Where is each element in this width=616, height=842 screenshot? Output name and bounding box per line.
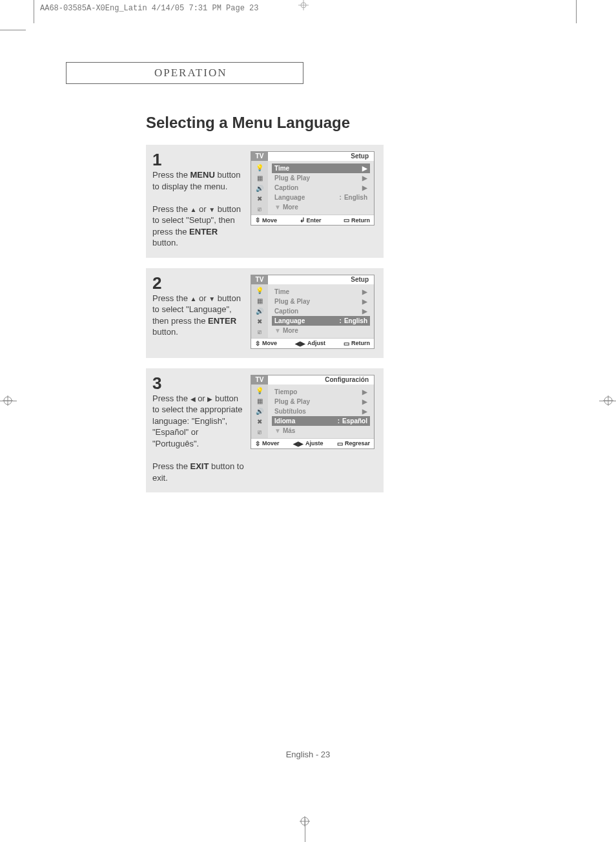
osd-footer: ⇳Move◀▶Adjust▭Return xyxy=(251,338,374,348)
osd-menu-item: Plug & Play▶ xyxy=(272,397,370,406)
hint-icon: ◀▶ xyxy=(295,340,305,347)
hint-icon: ◀▶ xyxy=(293,440,303,447)
prepress-header: AA68-03585A-X0Eng_Latin 4/14/05 7:31 PM … xyxy=(40,4,258,13)
osd-menu-item: Tiempo▶ xyxy=(272,387,370,397)
hint-icon: ⇳ xyxy=(255,340,260,347)
step: 3Press the ◀ or ▶ button to select the a… xyxy=(146,368,384,492)
osd-menu-item: ▼More xyxy=(272,326,370,335)
osd-menu-list: Time▶Plug & Play▶Caption▶Language:Englis… xyxy=(268,161,374,215)
channel-icon: ▦ xyxy=(254,297,265,305)
osd-footer-hint: ◀▶Adjust xyxy=(295,340,325,347)
hint-label: Mover xyxy=(262,440,280,447)
osd-title: Configuración xyxy=(268,375,374,384)
hint-label: Adjust xyxy=(307,340,325,346)
osd-footer-hint: ⇳Mover xyxy=(255,440,280,447)
osd-menu-item: Caption▶ xyxy=(272,306,370,316)
osd-footer-hint: ⇳Move xyxy=(255,216,277,224)
sliders-icon: ⎚ xyxy=(254,205,265,213)
hint-label: Enter xyxy=(307,217,322,224)
osd-screenshot: TV Setup💡▦🔊✖⎚Time▶Plug & Play▶Caption▶La… xyxy=(251,275,375,349)
osd-footer: ⇳Mover◀▶Ajuste▭Regresar xyxy=(251,438,374,448)
osd-screenshot: TV Configuración💡▦🔊✖⎚Tiempo▶Plug & Play▶… xyxy=(251,375,375,449)
sound-icon: 🔊 xyxy=(254,408,265,416)
osd-title: Setup xyxy=(268,152,374,161)
page-footer: English - 23 xyxy=(0,750,616,759)
step-body: Press the ◀ or ▶ button to select the ap… xyxy=(152,393,244,483)
osd-tv-badge: TV xyxy=(251,275,268,284)
hint-icon: ▭ xyxy=(344,216,349,224)
osd-footer-hint: ▭Return xyxy=(344,340,370,347)
hint-icon: ⇳ xyxy=(255,440,260,447)
hint-label: Regresar xyxy=(345,440,370,447)
step-number: 1 xyxy=(152,151,244,168)
plug-icon: ✖ xyxy=(254,418,265,426)
crop-mark xyxy=(576,0,577,23)
hint-label: Move xyxy=(262,217,277,224)
osd-tv-badge: TV xyxy=(251,375,268,384)
osd-menu-item: Time▶ xyxy=(272,287,370,297)
section-box: OPERATION xyxy=(66,62,303,84)
osd-menu-item: Subtítulos▶ xyxy=(272,406,370,416)
channel-icon: ▦ xyxy=(254,174,265,182)
hint-label: Return xyxy=(351,217,370,224)
osd-icon-sidebar: 💡▦🔊✖⎚ xyxy=(251,284,268,338)
osd-menu-item: ▼Más xyxy=(272,426,370,436)
osd-footer-hint: ▭Regresar xyxy=(337,440,370,447)
sliders-icon: ⎚ xyxy=(254,328,265,336)
section-title: OPERATION xyxy=(154,67,227,79)
osd-menu-list: Tiempo▶Plug & Play▶Subtítulos▶Idioma:Esp… xyxy=(268,384,374,438)
osd-menu-item: Caption▶ xyxy=(272,183,370,193)
bulb-icon: 💡 xyxy=(254,163,265,171)
step-text: 3Press the ◀ or ▶ button to select the a… xyxy=(152,375,244,483)
sound-icon: 🔊 xyxy=(254,308,265,315)
registration-mark xyxy=(300,816,310,826)
bulb-icon: 💡 xyxy=(254,287,265,295)
hint-icon: ▭ xyxy=(337,440,343,447)
osd-icon-sidebar: 💡▦🔊✖⎚ xyxy=(251,384,268,438)
osd-menu-item: Plug & Play▶ xyxy=(272,173,370,183)
bulb-icon: 💡 xyxy=(254,387,265,395)
sound-icon: 🔊 xyxy=(254,184,265,192)
step-text: 1Press the MENU button to display the me… xyxy=(152,151,244,249)
step: 1Press the MENU button to display the me… xyxy=(146,145,384,258)
osd-title: Setup xyxy=(268,275,374,284)
hint-label: Return xyxy=(351,340,370,346)
osd-menu-list: Time▶Plug & Play▶Caption▶Language:Englis… xyxy=(268,284,374,338)
step-text: 2Press the ▲ or ▼ button to select "Lang… xyxy=(152,275,244,338)
osd-footer-hint: ↲Enter xyxy=(300,216,322,224)
registration-mark xyxy=(3,395,13,406)
step-number: 2 xyxy=(152,275,244,291)
osd-menu-item: Plug & Play▶ xyxy=(272,297,370,306)
page-title: Selecting a Menu Language xyxy=(146,114,350,132)
registration-mark xyxy=(298,0,309,10)
hint-icon: ⇳ xyxy=(255,216,260,224)
osd-menu-item: Language:English xyxy=(272,316,370,326)
sliders-icon: ⎚ xyxy=(254,428,265,436)
osd-menu-item: ▼More xyxy=(272,202,370,212)
step-number: 3 xyxy=(152,375,244,392)
plug-icon: ✖ xyxy=(254,195,265,202)
osd-menu-item: Idioma:Español xyxy=(272,416,370,426)
osd-footer-hint: ⇳Move xyxy=(255,340,277,347)
hint-label: Move xyxy=(262,340,277,346)
step-body: Press the ▲ or ▼ button to select "Langu… xyxy=(152,293,244,338)
osd-menu-item: Language:English xyxy=(272,193,370,202)
registration-mark xyxy=(603,395,613,406)
steps: 1Press the MENU button to display the me… xyxy=(146,145,384,503)
crop-mark xyxy=(34,0,34,23)
osd-tv-badge: TV xyxy=(251,152,268,161)
osd-footer: ⇳Move↲Enter▭Return xyxy=(251,215,374,225)
step-body: Press the MENU button to display the men… xyxy=(152,169,244,249)
crop-mark xyxy=(0,30,26,30)
osd-footer-hint: ▭Return xyxy=(344,216,370,224)
hint-label: Ajuste xyxy=(305,440,323,447)
osd-icon-sidebar: 💡▦🔊✖⎚ xyxy=(251,161,268,215)
step: 2Press the ▲ or ▼ button to select "Lang… xyxy=(146,268,384,358)
hint-icon: ▭ xyxy=(344,340,349,347)
osd-screenshot: TV Setup💡▦🔊✖⎚Time▶Plug & Play▶Caption▶La… xyxy=(251,151,375,226)
channel-icon: ▦ xyxy=(254,397,265,405)
osd-footer-hint: ◀▶Ajuste xyxy=(293,440,323,447)
plug-icon: ✖ xyxy=(254,318,265,326)
hint-icon: ↲ xyxy=(300,216,305,224)
osd-menu-item: Time▶ xyxy=(272,163,370,173)
